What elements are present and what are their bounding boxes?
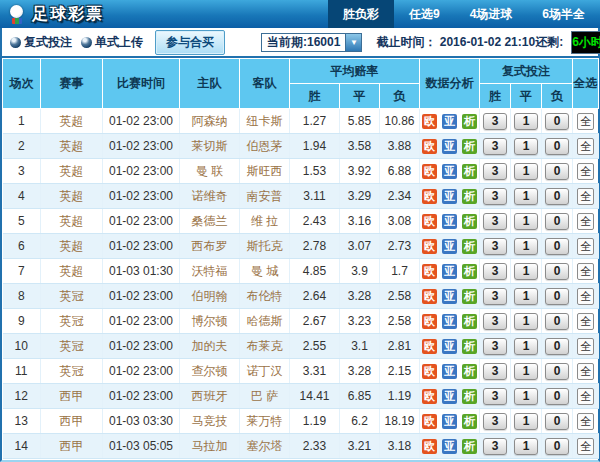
select-all-row-button[interactable]: 全 — [577, 238, 594, 255]
asia-odds-icon[interactable]: 亚 — [442, 339, 457, 354]
europe-odds-icon[interactable]: 欧 — [422, 439, 437, 454]
bet-draw-button[interactable]: 1 — [514, 313, 538, 330]
bet-draw-button[interactable]: 1 — [514, 363, 538, 380]
europe-odds-icon[interactable]: 欧 — [422, 339, 437, 354]
bet-lose-button[interactable]: 0 — [545, 188, 569, 205]
bet-win-button[interactable]: 3 — [483, 188, 507, 205]
select-all-row-button[interactable]: 全 — [577, 288, 594, 305]
select-all-row-button[interactable]: 全 — [577, 313, 594, 330]
bet-draw-button[interactable]: 1 — [514, 413, 538, 430]
period-select[interactable]: 当前期:16001 ▼ — [261, 33, 362, 52]
bet-win-button[interactable]: 3 — [483, 363, 507, 380]
chevron-down-icon[interactable]: ▼ — [345, 34, 361, 51]
select-all-row-button[interactable]: 全 — [577, 413, 594, 430]
asia-odds-icon[interactable]: 亚 — [442, 214, 457, 229]
bet-lose-button[interactable]: 0 — [545, 288, 569, 305]
asia-odds-icon[interactable]: 亚 — [442, 239, 457, 254]
bet-win-button[interactable]: 3 — [483, 163, 507, 180]
tab-4-match-goals[interactable]: 4场进球 — [455, 0, 528, 28]
bet-draw-button[interactable]: 1 — [514, 438, 538, 455]
select-all-row-button[interactable]: 全 — [577, 438, 594, 455]
europe-odds-icon[interactable]: 欧 — [422, 389, 437, 404]
bet-lose-button[interactable]: 0 — [545, 413, 569, 430]
bet-win-button[interactable]: 3 — [483, 338, 507, 355]
bet-draw-button[interactable]: 1 — [514, 213, 538, 230]
asia-odds-icon[interactable]: 亚 — [442, 139, 457, 154]
europe-odds-icon[interactable]: 欧 — [422, 414, 437, 429]
asia-odds-icon[interactable]: 亚 — [442, 189, 457, 204]
asia-odds-icon[interactable]: 亚 — [442, 289, 457, 304]
asia-odds-icon[interactable]: 亚 — [442, 314, 457, 329]
radio-single-upload[interactable]: 单式上传 — [81, 34, 143, 51]
select-all-row-button[interactable]: 全 — [577, 363, 594, 380]
bet-win-button[interactable]: 3 — [483, 388, 507, 405]
europe-odds-icon[interactable]: 欧 — [422, 239, 437, 254]
bet-lose-button[interactable]: 0 — [545, 438, 569, 455]
analysis-icon[interactable]: 析 — [462, 314, 477, 329]
analysis-icon[interactable]: 析 — [462, 389, 477, 404]
europe-odds-icon[interactable]: 欧 — [422, 114, 437, 129]
select-all-row-button[interactable]: 全 — [577, 388, 594, 405]
tab-pick-9[interactable]: 任选9 — [394, 0, 455, 28]
analysis-icon[interactable]: 析 — [462, 239, 477, 254]
europe-odds-icon[interactable]: 欧 — [422, 289, 437, 304]
bet-draw-button[interactable]: 1 — [514, 138, 538, 155]
bet-draw-button[interactable]: 1 — [514, 163, 538, 180]
select-all-row-button[interactable]: 全 — [577, 338, 594, 355]
bet-win-button[interactable]: 3 — [483, 138, 507, 155]
asia-odds-icon[interactable]: 亚 — [442, 164, 457, 179]
analysis-icon[interactable]: 析 — [462, 289, 477, 304]
join-group-buy-button[interactable]: 参与合买 — [155, 30, 225, 55]
bet-win-button[interactable]: 3 — [483, 238, 507, 255]
tab-6-match-half-full[interactable]: 6场半全 — [527, 0, 600, 28]
bet-draw-button[interactable]: 1 — [514, 188, 538, 205]
bet-lose-button[interactable]: 0 — [545, 313, 569, 330]
bet-lose-button[interactable]: 0 — [545, 113, 569, 130]
bet-draw-button[interactable]: 1 — [514, 238, 538, 255]
europe-odds-icon[interactable]: 欧 — [422, 364, 437, 379]
analysis-icon[interactable]: 析 — [462, 264, 477, 279]
bet-win-button[interactable]: 3 — [483, 413, 507, 430]
select-all-row-button[interactable]: 全 — [577, 188, 594, 205]
asia-odds-icon[interactable]: 亚 — [442, 364, 457, 379]
asia-odds-icon[interactable]: 亚 — [442, 114, 457, 129]
europe-odds-icon[interactable]: 欧 — [422, 139, 437, 154]
bet-win-button[interactable]: 3 — [483, 213, 507, 230]
radio-multi-bet[interactable]: 复式投注 — [10, 34, 72, 51]
radio-single-upload-icon[interactable] — [81, 37, 92, 48]
bet-win-button[interactable]: 3 — [483, 313, 507, 330]
select-all-row-button[interactable]: 全 — [577, 213, 594, 230]
bet-lose-button[interactable]: 0 — [545, 238, 569, 255]
bet-win-button[interactable]: 3 — [483, 288, 507, 305]
europe-odds-icon[interactable]: 欧 — [422, 264, 437, 279]
bet-lose-button[interactable]: 0 — [545, 263, 569, 280]
select-all-row-button[interactable]: 全 — [577, 138, 594, 155]
europe-odds-icon[interactable]: 欧 — [422, 164, 437, 179]
asia-odds-icon[interactable]: 亚 — [442, 264, 457, 279]
europe-odds-icon[interactable]: 欧 — [422, 214, 437, 229]
select-all-row-button[interactable]: 全 — [577, 263, 594, 280]
select-all-row-button[interactable]: 全 — [577, 113, 594, 130]
europe-odds-icon[interactable]: 欧 — [422, 189, 437, 204]
bet-win-button[interactable]: 3 — [483, 113, 507, 130]
bet-draw-button[interactable]: 1 — [514, 338, 538, 355]
asia-odds-icon[interactable]: 亚 — [442, 439, 457, 454]
analysis-icon[interactable]: 析 — [462, 214, 477, 229]
bet-draw-button[interactable]: 1 — [514, 288, 538, 305]
analysis-icon[interactable]: 析 — [462, 364, 477, 379]
analysis-icon[interactable]: 析 — [462, 414, 477, 429]
europe-odds-icon[interactable]: 欧 — [422, 314, 437, 329]
bet-lose-button[interactable]: 0 — [545, 138, 569, 155]
analysis-icon[interactable]: 析 — [462, 189, 477, 204]
bet-draw-button[interactable]: 1 — [514, 388, 538, 405]
bet-win-button[interactable]: 3 — [483, 263, 507, 280]
analysis-icon[interactable]: 析 — [462, 139, 477, 154]
bet-draw-button[interactable]: 1 — [514, 263, 538, 280]
select-all-row-button[interactable]: 全 — [577, 163, 594, 180]
bet-draw-button[interactable]: 1 — [514, 113, 538, 130]
bet-lose-button[interactable]: 0 — [545, 338, 569, 355]
analysis-icon[interactable]: 析 — [462, 114, 477, 129]
analysis-icon[interactable]: 析 — [462, 339, 477, 354]
bet-lose-button[interactable]: 0 — [545, 363, 569, 380]
analysis-icon[interactable]: 析 — [462, 164, 477, 179]
